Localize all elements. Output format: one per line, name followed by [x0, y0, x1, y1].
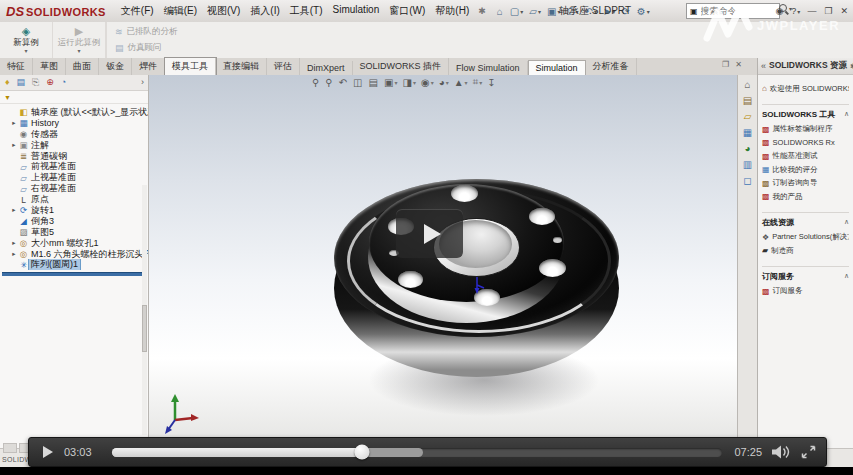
tree-filter[interactable]: ▼: [0, 91, 148, 104]
tree-history[interactable]: ▸ ▦ History: [2, 118, 148, 129]
featuremanager-tree-tab[interactable]: ♦: [5, 78, 10, 87]
expand-arrow-icon[interactable]: ▸: [10, 250, 18, 258]
collapse-caret-icon[interactable]: ∧: [844, 218, 849, 226]
previous-view-icon[interactable]: ↶: [339, 77, 348, 88]
tree-top-plane[interactable]: ▱ 上视基准面: [2, 172, 148, 183]
expand-arrow-icon[interactable]: ▸: [10, 119, 18, 127]
search-box[interactable]: ▣: [686, 3, 780, 19]
hide-show-items-icon[interactable]: ◉▾: [421, 77, 434, 88]
menu-item[interactable]: 工具(T): [285, 4, 328, 18]
resources-home-icon[interactable]: ⌂: [744, 80, 750, 90]
command-tab[interactable]: 焊件: [132, 58, 165, 75]
command-tab[interactable]: 分析准备: [586, 58, 637, 75]
view-palette-icon[interactable]: ▦: [743, 128, 752, 138]
command-tab[interactable]: Simulation: [528, 60, 586, 75]
run-study-button[interactable]: ▶ 运行此算例 ▾: [53, 22, 106, 58]
graphics-viewport[interactable]: ⚲⚲↶◫▤▣▾◨▾◉▾◕▾▲▾⌗▾↧: [149, 75, 737, 448]
tree-sensors[interactable]: ◉ 传感器: [2, 129, 148, 140]
rollback-bar[interactable]: [2, 272, 143, 276]
simulation-advisor-button[interactable]: ▤ 仿真顾问: [115, 42, 178, 54]
welcome-link[interactable]: ⌂ 欢迎使用 SOLIDWORKS: [762, 82, 849, 96]
minimize-icon[interactable]: —: [807, 6, 817, 16]
tree-material[interactable]: ≣ 普通碳钢: [2, 151, 148, 162]
help-icon[interactable]: ?▾: [791, 6, 800, 16]
command-tab[interactable]: 评估: [267, 58, 300, 75]
close-window-icon[interactable]: ✕: [735, 60, 742, 69]
zoom-area-icon[interactable]: ⚲: [325, 77, 333, 88]
collapse-icon[interactable]: «: [761, 61, 766, 71]
performance-benchmark-link[interactable]: ▩性能基准测试: [762, 150, 849, 164]
tree-root-part[interactable]: ◧ 轴承座 (默认<<默认>_显示状态 1>): [2, 107, 148, 118]
command-tab[interactable]: 草图: [33, 58, 66, 75]
player-knob[interactable]: [355, 445, 370, 460]
tree-revolve1[interactable]: ▸ ⟳ 旋转1: [2, 205, 148, 216]
menu-item[interactable]: 插入(I): [245, 4, 284, 18]
my-products-link[interactable]: ▩我的产品: [762, 190, 849, 204]
queued-analyses-button[interactable]: ≋ 已排队的分析: [115, 26, 178, 38]
view-orientation-icon[interactable]: ▣▾: [384, 77, 397, 88]
tree-annotations[interactable]: ▸ ▣ 注解: [2, 140, 148, 151]
displaymanager-tab[interactable]: ◔: [61, 78, 66, 87]
expand-arrow-icon[interactable]: ▸: [10, 239, 18, 247]
panel-tab-overflow[interactable]: ›: [141, 77, 144, 87]
edit-appearance-icon[interactable]: ◕▾: [439, 77, 449, 88]
command-tab[interactable]: DimXpert: [300, 61, 353, 75]
tree-scrollbar[interactable]: [142, 185, 147, 435]
close-icon[interactable]: ✕: [840, 6, 849, 16]
progress-bar[interactable]: [112, 448, 722, 457]
expand-arrow-icon[interactable]: ▸: [10, 141, 18, 149]
fullscreen-icon[interactable]: [801, 445, 816, 459]
propertymanager-tab[interactable]: ▤: [17, 78, 26, 87]
command-tab[interactable]: 特征: [0, 58, 33, 75]
configurationmanager-tab[interactable]: ⎘: [32, 78, 39, 87]
partner-solutions-link[interactable]: ❖Partner Solutions(解决方案): [762, 231, 849, 245]
expand-arrow-icon[interactable]: ▸: [10, 206, 18, 214]
tree-right-plane[interactable]: ▱ 右视基准面: [2, 183, 148, 194]
tree-scrollbar-thumb[interactable]: [142, 305, 147, 352]
volume-icon[interactable]: [772, 445, 791, 459]
new-study-button[interactable]: ◈ 新算例 ▾: [0, 22, 53, 58]
collapse-caret-icon[interactable]: ∧: [844, 272, 849, 280]
section-view-icon[interactable]: ◫: [353, 77, 363, 88]
tree-circular-pattern1[interactable]: ✳ 阵列(圆周)1: [2, 259, 148, 270]
view-settings-icon[interactable]: ⌗▾: [473, 76, 483, 88]
menu-item[interactable]: 编辑(E): [159, 4, 202, 18]
customization-advisor-link[interactable]: ▩订制咨询向导: [762, 177, 849, 191]
command-tab[interactable]: Flow Simulation: [449, 61, 528, 75]
apply-scene-icon[interactable]: ▲▾: [454, 77, 468, 88]
dimxpertmanager-tab[interactable]: ⊕: [46, 78, 54, 87]
menu-item[interactable]: Simulation: [328, 4, 385, 18]
command-tab[interactable]: SOLIDWORKS 插件: [353, 58, 450, 75]
tree-front-plane[interactable]: ▱ 前视基准面: [2, 161, 148, 172]
video-play-overlay-button[interactable]: [396, 209, 463, 258]
design-library-icon[interactable]: ▤: [743, 96, 752, 106]
zoom-fit-icon[interactable]: ⚲: [312, 77, 320, 88]
tree-threaded-hole1[interactable]: ▸ ◎ 大小mm 螺纹孔1: [2, 238, 148, 249]
home-icon[interactable]: ⌂: [494, 6, 507, 17]
menu-item[interactable]: 帮助(H): [430, 4, 474, 18]
menu-item[interactable]: 文件(F): [116, 4, 159, 18]
appearances-icon[interactable]: ◕: [744, 144, 750, 154]
subscription-link[interactable]: ▩订阅服务: [762, 285, 849, 299]
solidworks-rx-link[interactable]: ▩SOLIDWORKS Rx: [762, 136, 849, 150]
tree-chamfer3[interactable]: ◢ 倒角3: [2, 216, 148, 227]
property-tab-builder-link[interactable]: ▩属性标签编制程序: [762, 123, 849, 137]
pan-icon[interactable]: ↧: [487, 77, 496, 88]
custom-properties-icon[interactable]: ▥: [743, 160, 752, 170]
menu-item[interactable]: 窗口(W): [384, 4, 430, 18]
compare-score-link[interactable]: ▦比较我的评分: [762, 163, 849, 177]
file-explorer-icon[interactable]: ▱: [744, 112, 752, 122]
tree-counterbore1[interactable]: ▸ ◎ M1.6 六角头螺栓的柱形沉头孔1: [2, 249, 148, 260]
command-tab[interactable]: 钣金: [99, 58, 132, 75]
command-tab[interactable]: 曲面: [66, 58, 99, 75]
user-icon[interactable]: ◉: [775, 6, 784, 16]
restore-window-icon[interactable]: ❐: [722, 60, 729, 69]
tree-sketch5[interactable]: ▨ 草图5: [2, 227, 148, 238]
forum-icon[interactable]: ◻: [743, 176, 751, 186]
play-button[interactable]: [43, 446, 53, 458]
command-tab[interactable]: 直接编辑: [216, 58, 267, 75]
tree-origin[interactable]: L 原点: [2, 194, 148, 205]
command-tab[interactable]: 模具工具: [165, 58, 216, 75]
restore-icon[interactable]: ❐: [824, 6, 833, 16]
menu-item[interactable]: 视图(V): [202, 4, 245, 18]
